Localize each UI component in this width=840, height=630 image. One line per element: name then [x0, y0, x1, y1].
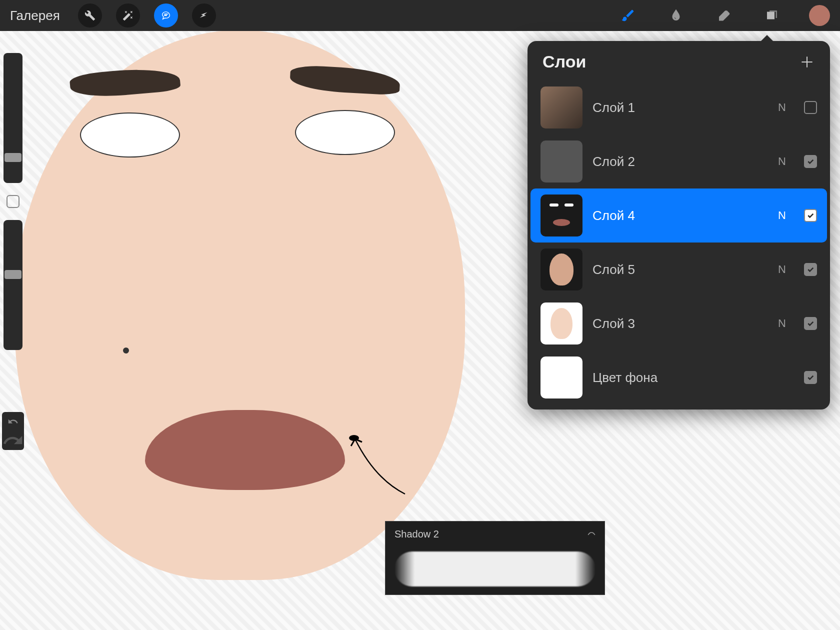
opacity-slider[interactable] [4, 220, 22, 350]
selection-icon[interactable] [154, 4, 178, 28]
layer-visibility-checkbox[interactable] [804, 155, 817, 168]
layer-row[interactable]: Слой 2N [530, 134, 827, 188]
redo-button[interactable] [2, 431, 24, 450]
svg-point-0 [349, 435, 359, 441]
layer-blend-mode[interactable]: N [778, 155, 786, 168]
artwork-eye [295, 110, 395, 155]
undo-button[interactable] [2, 412, 24, 431]
layer-visibility-checkbox[interactable] [804, 209, 817, 222]
layer-row[interactable]: Слой 4N [530, 188, 827, 242]
smudge-icon[interactable] [665, 4, 687, 26]
brush-stroke-icon [586, 528, 596, 538]
annotation-arrow [345, 429, 415, 499]
layer-thumbnail [540, 248, 582, 290]
layer-name: Слой 4 [592, 208, 768, 224]
layer-blend-mode[interactable]: N [778, 209, 786, 222]
layer-thumbnail [540, 356, 582, 398]
layer-blend-mode[interactable]: N [778, 263, 786, 276]
layer-visibility-checkbox[interactable] [804, 317, 817, 330]
artwork-mole [123, 348, 129, 354]
layer-thumbnail [540, 140, 582, 182]
layer-row[interactable]: Слой 1N [530, 80, 827, 134]
artwork-brow [290, 64, 400, 95]
layer-name: Слой 3 [592, 316, 768, 332]
artwork-eye [80, 112, 180, 158]
layer-thumbnail [540, 302, 582, 344]
layer-name: Слой 1 [592, 100, 768, 116]
layer-thumbnail [540, 86, 582, 128]
actions-icon[interactable] [78, 4, 102, 28]
eraser-icon[interactable] [713, 4, 735, 26]
layers-icon[interactable] [761, 4, 783, 26]
brush-name: Shadow 2 [394, 528, 596, 540]
left-sidebar [0, 50, 26, 450]
layer-row[interactable]: Слой 3N [530, 296, 827, 350]
layer-name: Слой 5 [592, 262, 768, 278]
artwork-brow [69, 66, 181, 100]
gallery-button[interactable]: Галерея [10, 8, 60, 24]
add-layer-button[interactable] [799, 54, 815, 70]
layer-row[interactable]: Слой 5N [530, 242, 827, 296]
color-picker[interactable] [809, 5, 830, 26]
layer-blend-mode[interactable]: N [778, 101, 786, 114]
layer-thumbnail [540, 194, 582, 236]
layer-visibility-checkbox[interactable] [804, 101, 817, 114]
brush-size-slider[interactable] [4, 53, 22, 183]
layer-blend-mode[interactable]: N [778, 317, 786, 330]
layer-visibility-checkbox[interactable] [804, 263, 817, 276]
brush-preview-card[interactable]: Shadow 2 [385, 521, 605, 595]
layer-visibility-checkbox[interactable] [804, 371, 817, 384]
adjustments-icon[interactable] [116, 4, 140, 28]
brush-stroke-preview [394, 552, 596, 586]
modify-button[interactable] [6, 195, 20, 208]
layers-panel: Слои Слой 1NСлой 2NСлой 4NСлой 5NСлой 3N… [528, 41, 830, 410]
layers-title: Слои [542, 52, 586, 72]
brush-icon[interactable] [617, 4, 639, 26]
layer-row[interactable]: Цвет фона [530, 350, 827, 404]
layer-name: Слой 2 [592, 154, 768, 170]
top-toolbar: Галерея [0, 0, 840, 31]
transform-icon[interactable] [192, 4, 216, 28]
layer-name: Цвет фона [592, 370, 794, 386]
artwork-lips [145, 410, 345, 490]
